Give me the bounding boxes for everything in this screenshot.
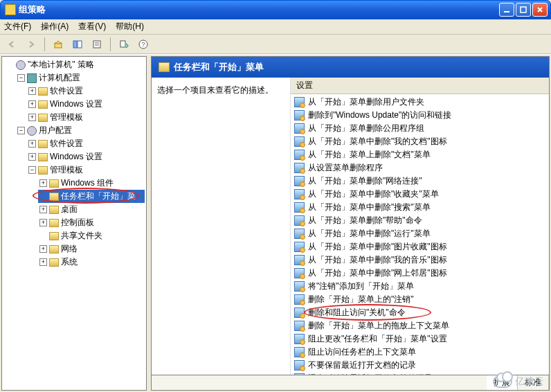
expand-icon[interactable]: + bbox=[28, 87, 36, 95]
menu-file[interactable]: 文件(F) bbox=[4, 21, 31, 33]
setting-label: 从「开始」菜单中删除"我的文档"图标 bbox=[308, 136, 447, 148]
expand-icon[interactable]: + bbox=[39, 245, 47, 253]
setting-item[interactable]: 从设置菜单删除程序 bbox=[291, 161, 549, 175]
setting-item[interactable]: 不要保留最近打开文档的记录 bbox=[291, 359, 549, 372]
setting-item[interactable]: 从「开始」菜单删除用户文件夹 bbox=[291, 96, 549, 109]
maximize-button[interactable] bbox=[516, 3, 531, 17]
collapse-icon[interactable]: − bbox=[17, 74, 25, 82]
watermark: 亿速云 bbox=[493, 375, 544, 388]
policy-setting-icon bbox=[294, 189, 305, 199]
policy-setting-icon bbox=[294, 97, 305, 107]
tree-cc-windows[interactable]: +Windows 设置 bbox=[27, 98, 145, 111]
tree-uc-windows[interactable]: +Windows 设置 bbox=[27, 150, 145, 163]
tree-root-label: "本地计算机" 策略 bbox=[28, 59, 94, 71]
computer-icon bbox=[27, 73, 37, 83]
folder-icon bbox=[49, 179, 59, 188]
tree-label: 管理模板 bbox=[50, 164, 83, 176]
policy-setting-icon bbox=[294, 294, 305, 305]
tree-uc-software[interactable]: +软件设置 bbox=[27, 137, 145, 150]
tree-cc-templates[interactable]: +管理模板 bbox=[27, 111, 145, 124]
menu-action[interactable]: 操作(A) bbox=[41, 21, 69, 33]
setting-item[interactable]: 删除「开始」菜单上的"注销" bbox=[291, 293, 549, 306]
setting-label: 将"注销"添加到「开始」菜单 bbox=[308, 280, 414, 292]
help-button[interactable]: ? bbox=[136, 37, 151, 52]
svg-rect-10 bbox=[120, 41, 125, 47]
tree-label: 用户配置 bbox=[39, 125, 72, 136]
expand-icon[interactable]: + bbox=[39, 179, 47, 187]
column-header-setting[interactable]: 设置 bbox=[291, 78, 549, 94]
policy-setting-icon bbox=[294, 229, 305, 239]
tree-computer-config[interactable]: −计算机配置 bbox=[16, 71, 145, 84]
setting-item[interactable]: 阻止更改"任务栏和「开始」菜单"设置 bbox=[291, 332, 549, 346]
tree-label: 计算机配置 bbox=[39, 72, 80, 84]
expand-icon[interactable]: + bbox=[39, 206, 47, 213]
expand-icon[interactable]: + bbox=[28, 100, 36, 108]
tree-desktop[interactable]: +桌面 bbox=[38, 203, 145, 216]
app-icon bbox=[5, 4, 16, 15]
watermark-text: 亿速云 bbox=[515, 375, 544, 388]
setting-label: 删除「开始」菜单上的"注销" bbox=[308, 294, 414, 305]
folder-icon bbox=[49, 232, 59, 240]
policy-setting-icon bbox=[294, 123, 305, 134]
tree-system[interactable]: +系统 bbox=[38, 256, 145, 269]
close-button[interactable] bbox=[532, 3, 548, 17]
expand-icon[interactable]: + bbox=[39, 258, 47, 266]
setting-label: 从「开始」菜单删除"网络连接" bbox=[308, 175, 422, 187]
policy-setting-icon bbox=[294, 347, 305, 357]
setting-item[interactable]: 删除和阻止访问"关机"命令 bbox=[291, 306, 549, 319]
expand-icon[interactable]: + bbox=[28, 140, 36, 148]
policy-setting-icon bbox=[294, 150, 305, 160]
tree-cc-software[interactable]: +软件设置 bbox=[27, 84, 145, 98]
tree-label: 软件设置 bbox=[50, 138, 83, 150]
window-title: 组策略 bbox=[19, 3, 499, 16]
setting-item[interactable]: 从「开始」菜单删除公用程序组 bbox=[291, 122, 549, 135]
setting-item[interactable]: 从「开始」菜单中删除"我的音乐"图标 bbox=[291, 253, 549, 267]
setting-label: 删除到"Windows Update"的访问和链接 bbox=[308, 109, 451, 121]
setting-item[interactable]: 从「开始」菜单中删除"我的文档"图标 bbox=[291, 135, 549, 148]
collapse-icon[interactable]: − bbox=[17, 127, 25, 134]
tree-root[interactable]: "本地计算机" 策略 bbox=[5, 58, 145, 71]
tree-pane[interactable]: "本地计算机" 策略 −计算机配置 +软件设置 +Windows 设置 +管理模… bbox=[1, 56, 147, 391]
minimize-button[interactable] bbox=[499, 3, 514, 17]
setting-item[interactable]: 从「开始」菜单中删除"收藏夹"菜单 bbox=[291, 188, 549, 201]
tree-uc-templates[interactable]: −管理模板 bbox=[27, 163, 145, 177]
folder-icon bbox=[49, 245, 59, 253]
setting-item[interactable]: 删除「开始」菜单上的拖放上下文菜单 bbox=[291, 319, 549, 332]
tree-shared-folders[interactable]: 共享文件夹 bbox=[38, 229, 145, 242]
setting-item[interactable]: 从「开始」菜单上删除"文档"菜单 bbox=[291, 148, 549, 161]
setting-item[interactable]: 从「开始」菜单中删除"运行"菜单 bbox=[291, 227, 549, 240]
export-list-button[interactable] bbox=[116, 37, 132, 52]
cloud-icon bbox=[493, 375, 512, 388]
tree-user-config[interactable]: −用户配置 bbox=[16, 124, 145, 137]
setting-item[interactable]: 阻止访问任务栏的上下文菜单 bbox=[291, 346, 549, 359]
setting-label: 从「开始」菜单中删除"网上邻居"图标 bbox=[308, 267, 447, 279]
policy-setting-icon bbox=[294, 308, 305, 318]
setting-item[interactable]: 从「开始」菜单中删除"网上邻居"图标 bbox=[291, 267, 549, 280]
expand-icon[interactable]: + bbox=[28, 153, 36, 161]
properties-button[interactable] bbox=[89, 37, 105, 52]
setting-item[interactable]: 将"注销"添加到「开始」菜单 bbox=[291, 280, 549, 293]
setting-label: 从「开始」菜单删除用户文件夹 bbox=[308, 96, 424, 108]
setting-label: 从「开始」菜单中删除"我的音乐"图标 bbox=[308, 254, 447, 266]
tree-label: 网络 bbox=[61, 243, 78, 255]
setting-item[interactable]: 从「开始」菜单中删除"搜索"菜单 bbox=[291, 201, 549, 214]
menu-view[interactable]: 查看(V) bbox=[78, 21, 106, 33]
setting-item[interactable]: 从「开始」菜单删除"帮助"命令 bbox=[291, 214, 549, 227]
setting-item[interactable]: 从「开始」菜单中删除"图片收藏"图标 bbox=[291, 240, 549, 253]
policy-setting-icon bbox=[294, 215, 305, 226]
up-button[interactable] bbox=[51, 37, 66, 52]
setting-item[interactable]: 删除到"Windows Update"的访问和链接 bbox=[291, 109, 549, 122]
setting-item[interactable]: 从「开始」菜单删除"网络连接" bbox=[291, 175, 549, 188]
show-hide-console-tree-button[interactable] bbox=[70, 37, 85, 52]
expand-icon[interactable]: + bbox=[39, 219, 47, 226]
tree-network[interactable]: +网络 bbox=[38, 242, 145, 256]
collapse-icon[interactable]: − bbox=[28, 166, 36, 174]
tree-windows-components[interactable]: +Windows 组件 bbox=[38, 177, 145, 190]
expand-icon[interactable]: + bbox=[28, 114, 36, 121]
folder-icon bbox=[38, 140, 48, 148]
tree-taskbar-startmenu[interactable]: 任务栏和「开始」菜 bbox=[38, 190, 145, 203]
menu-help[interactable]: 帮助(H) bbox=[116, 21, 144, 33]
tree-control-panel[interactable]: +控制面板 bbox=[38, 216, 145, 229]
settings-list[interactable]: 设置 从「开始」菜单删除用户文件夹删除到"Windows Update"的访问和… bbox=[290, 78, 549, 375]
setting-label: 不要保留最近打开文档的记录 bbox=[308, 359, 416, 371]
